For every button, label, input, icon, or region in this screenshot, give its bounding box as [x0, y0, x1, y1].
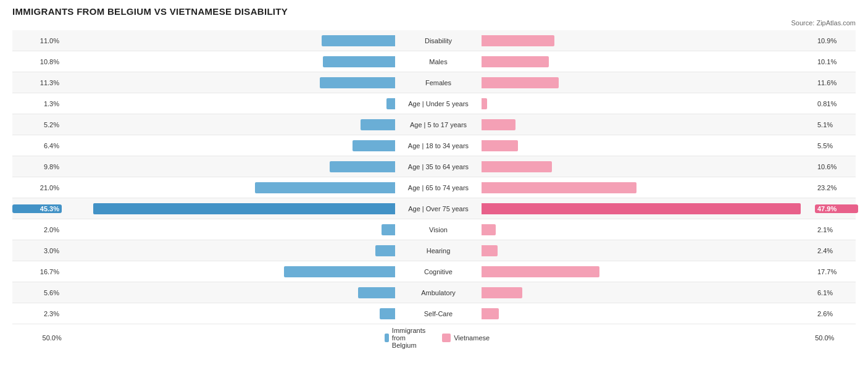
bar-left-container	[62, 266, 395, 278]
bar-right-container	[482, 98, 815, 110]
table-row: 6.4% Age | 18 to 34 years 5.5%	[12, 135, 856, 156]
bar-left	[358, 287, 395, 298]
legend-item: Vietnamese	[442, 334, 490, 342]
value-left: 5.2%	[12, 121, 62, 128]
bar-label: Hearing	[395, 247, 482, 254]
value-right: 23.2%	[815, 184, 858, 191]
value-right: 5.5%	[815, 142, 858, 149]
bar-right-container	[482, 56, 815, 68]
value-right: 10.1%	[815, 58, 858, 65]
value-left: 1.3%	[12, 100, 62, 107]
footer-row: 50.0% Immigrants from Belgium Vietnamese…	[12, 327, 856, 349]
bar-right-container	[482, 224, 815, 236]
value-right: 2.6%	[815, 310, 858, 317]
bar-right-container	[482, 161, 815, 173]
table-row: 2.3% Self-Care 2.6%	[12, 303, 856, 324]
bar-left-container	[62, 245, 395, 257]
bar-right-container	[482, 77, 815, 89]
value-right: 5.1%	[815, 121, 858, 128]
value-right: 10.6%	[815, 163, 858, 170]
value-left: 10.8%	[12, 58, 62, 65]
bar-right-container	[482, 35, 815, 47]
value-left: 9.8%	[12, 163, 62, 170]
bar-right-container	[482, 182, 815, 194]
bar-right	[482, 266, 599, 277]
table-row: 5.6% Ambulatory 6.1%	[12, 282, 856, 303]
bar-label: Cognitive	[395, 268, 482, 275]
table-row: 9.8% Age | 35 to 64 years 10.6%	[12, 156, 856, 177]
bar-left-container	[62, 224, 395, 236]
legend-item: Immigrants from Belgium	[385, 327, 430, 349]
bar-right-container	[482, 308, 815, 320]
bar-left	[382, 224, 395, 235]
table-row: 10.8% Males 10.1%	[12, 51, 856, 72]
bar-label: Age | 5 to 17 years	[395, 121, 482, 128]
value-right: 47.9%	[815, 204, 858, 213]
bar-label: Vision	[395, 226, 482, 233]
value-left: 6.4%	[12, 142, 62, 149]
source-label: Source: ZipAtlas.com	[12, 19, 856, 27]
table-row: 1.3% Age | Under 5 years 0.81%	[12, 93, 856, 114]
value-right: 10.9%	[815, 37, 858, 44]
chart-title: IMMIGRANTS FROM BELGIUM VS VIETNAMESE DI…	[12, 6, 856, 17]
table-row: 11.0% Disability 10.9%	[12, 30, 856, 51]
bar-left-container	[62, 308, 395, 320]
table-row: 21.0% Age | 65 to 74 years 23.2%	[12, 177, 856, 198]
bar-left-container	[62, 77, 395, 89]
bar-right	[482, 287, 522, 298]
bar-right	[482, 203, 801, 214]
value-left: 16.7%	[12, 268, 62, 275]
bar-left	[323, 56, 395, 67]
value-right: 17.7%	[815, 268, 858, 275]
bar-right	[482, 182, 636, 193]
scale-right: 50.0%	[812, 334, 856, 342]
bar-label: Age | 65 to 74 years	[395, 184, 482, 191]
table-row: 11.3% Females 11.6%	[12, 72, 856, 93]
bar-right	[482, 224, 496, 235]
bar-right-container	[482, 287, 815, 299]
bar-right-container	[482, 119, 815, 131]
bar-left	[320, 77, 395, 88]
bar-left	[284, 266, 395, 277]
bar-label: Age | Over 75 years	[395, 205, 482, 212]
value-right: 2.4%	[815, 247, 858, 254]
bar-label: Females	[395, 79, 482, 86]
bar-left-container	[62, 119, 395, 131]
bar-right	[482, 56, 549, 67]
bar-right	[482, 308, 499, 319]
table-row: 16.7% Cognitive 17.7%	[12, 261, 856, 282]
bar-left	[375, 245, 395, 256]
bar-right	[482, 119, 515, 130]
value-right: 6.1%	[815, 289, 858, 296]
chart-area: 11.0% Disability 10.9% 10.8% Males	[12, 30, 856, 324]
bar-left-container	[62, 287, 395, 299]
bar-left-container	[62, 35, 395, 47]
chart-container: IMMIGRANTS FROM BELGIUM VS VIETNAMESE DI…	[12, 6, 856, 349]
bar-label: Age | Under 5 years	[395, 100, 482, 107]
bar-label: Disability	[395, 37, 482, 44]
bar-left-container	[62, 161, 395, 173]
bar-left-container	[62, 182, 395, 194]
bar-label: Males	[395, 58, 482, 65]
bar-left	[330, 161, 395, 172]
bar-label: Self-Care	[395, 310, 482, 317]
value-left: 21.0%	[12, 184, 62, 191]
bar-left	[322, 35, 395, 46]
table-row: 45.3% Age | Over 75 years 47.9%	[12, 198, 856, 219]
value-left: 11.3%	[12, 79, 62, 86]
table-row: 2.0% Vision 2.1%	[12, 219, 856, 240]
value-left: 3.0%	[12, 247, 62, 254]
bar-right-container	[482, 203, 815, 215]
bar-right	[482, 35, 554, 46]
legend-color-box	[442, 334, 451, 342]
legend-label: Immigrants from Belgium	[392, 327, 430, 349]
bar-left	[380, 308, 395, 319]
bar-left-container	[62, 56, 395, 68]
bar-left-container	[62, 140, 395, 152]
table-row: 5.2% Age | 5 to 17 years 5.1%	[12, 114, 856, 135]
value-left: 11.0%	[12, 37, 62, 44]
bar-right-container	[482, 140, 815, 152]
scale-left: 50.0%	[12, 334, 62, 342]
bar-left-container	[62, 98, 395, 110]
bar-label: Ambulatory	[395, 289, 482, 296]
